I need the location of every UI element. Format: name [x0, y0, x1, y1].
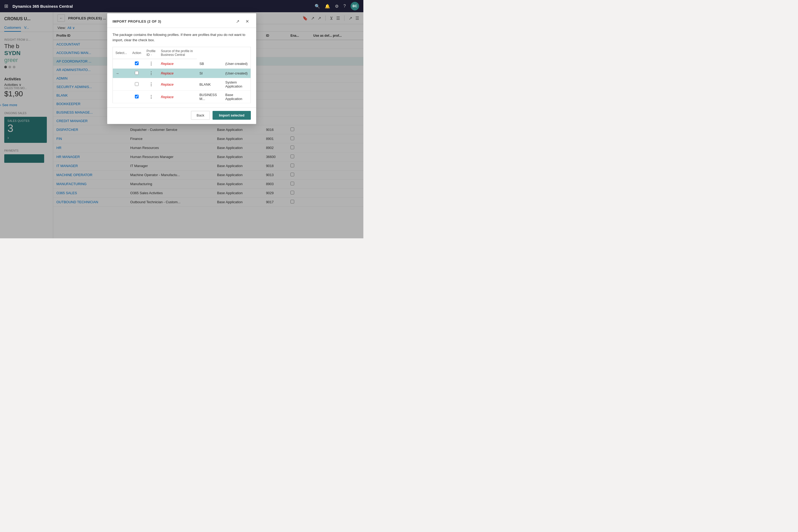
- cell-checkbox[interactable]: [130, 69, 144, 78]
- import-profiles-table: Select... Action Profile ID ↑ Source of …: [113, 47, 251, 103]
- dots-menu-icon[interactable]: ⋮: [149, 95, 153, 99]
- avatar[interactable]: BC: [350, 2, 359, 11]
- cell-source-import: (User-created): [223, 59, 251, 69]
- cell-source-import: System Application: [223, 78, 251, 91]
- import-checkbox[interactable]: [135, 95, 138, 98]
- search-icon[interactable]: 🔍: [315, 4, 320, 9]
- import-checkbox[interactable]: [135, 61, 138, 65]
- app-title: Dynamics 365 Business Central: [13, 4, 310, 8]
- dots-menu-icon[interactable]: ⋮: [149, 82, 153, 87]
- cell-arrow: [113, 59, 130, 69]
- cell-arrow: [113, 91, 130, 103]
- modal-body: The package contains the following profi…: [107, 28, 256, 108]
- import-table-header: Select... Action Profile ID ↑ Source of …: [113, 47, 251, 59]
- cell-action: Replace: [158, 59, 197, 69]
- cell-dots-menu[interactable]: ⋮: [144, 59, 158, 69]
- bell-icon[interactable]: 🔔: [325, 4, 330, 9]
- import-table-row[interactable]: ⋮ReplaceBUSINESS M...Base Application: [113, 91, 251, 103]
- cell-arrow: →: [113, 69, 130, 78]
- dots-menu-icon[interactable]: ⋮: [149, 61, 153, 66]
- import-table-row[interactable]: →⋮ReplaceSI(User-created): [113, 69, 251, 78]
- cell-profile-id-import: BUSINESS M...: [197, 91, 223, 103]
- cell-checkbox[interactable]: [130, 91, 144, 103]
- cell-checkbox[interactable]: [130, 59, 144, 69]
- col-select: Select...: [113, 47, 130, 59]
- col-profile-id-modal: Profile ID ↑: [144, 47, 158, 59]
- close-modal-button[interactable]: ✕: [243, 18, 251, 25]
- back-button-modal[interactable]: Back: [191, 111, 210, 120]
- cell-dots-menu[interactable]: ⋮: [144, 78, 158, 91]
- cell-checkbox[interactable]: [130, 78, 144, 91]
- import-profiles-modal: IMPORT PROFILES (2 OF 3) ↗ ✕ The package…: [107, 13, 256, 124]
- nav-icons-group: 🔍 🔔 ⚙ ? BC: [315, 2, 359, 11]
- cell-profile-id-import: SB: [197, 59, 223, 69]
- gear-icon[interactable]: ⚙: [335, 4, 339, 9]
- help-icon[interactable]: ?: [343, 4, 346, 8]
- cell-profile-id-import: SI: [197, 69, 223, 78]
- cell-dots-menu[interactable]: ⋮: [144, 91, 158, 103]
- dots-menu-icon[interactable]: ⋮: [149, 71, 153, 76]
- cell-action: Replace: [158, 69, 197, 78]
- row-arrow-icon: →: [115, 71, 119, 76]
- top-navigation: ⊞ Dynamics 365 Business Central 🔍 🔔 ⚙ ? …: [0, 0, 363, 12]
- modal-description: The package contains the following profi…: [113, 32, 251, 42]
- grid-icon[interactable]: ⊞: [4, 3, 8, 9]
- cell-dots-menu[interactable]: ⋮: [144, 69, 158, 78]
- cell-action: Replace: [158, 78, 197, 91]
- import-table-row[interactable]: ⋮ReplaceBLANKSystem Application: [113, 78, 251, 91]
- import-checkbox[interactable]: [135, 71, 138, 75]
- expand-modal-button[interactable]: ↗: [234, 18, 241, 25]
- cell-profile-id-import: BLANK: [197, 78, 223, 91]
- import-table-row[interactable]: ⋮ReplaceSB(User-created): [113, 59, 251, 69]
- modal-title: IMPORT PROFILES (2 OF 3): [113, 19, 232, 23]
- col-source-modal: Source of the profile in Business Centra…: [158, 47, 197, 59]
- cell-action: Replace: [158, 91, 197, 103]
- import-checkbox[interactable]: [135, 82, 138, 86]
- cell-source-import: (User-created): [223, 69, 251, 78]
- modal-footer: Back Import selected: [107, 108, 256, 124]
- cell-arrow: [113, 78, 130, 91]
- cell-source-import: Base Application: [223, 91, 251, 103]
- sort-icon: ↑: [151, 54, 152, 56]
- import-selected-button[interactable]: Import selected: [212, 111, 251, 120]
- col-action: Action: [130, 47, 144, 59]
- modal-header: IMPORT PROFILES (2 OF 3) ↗ ✕: [107, 13, 256, 28]
